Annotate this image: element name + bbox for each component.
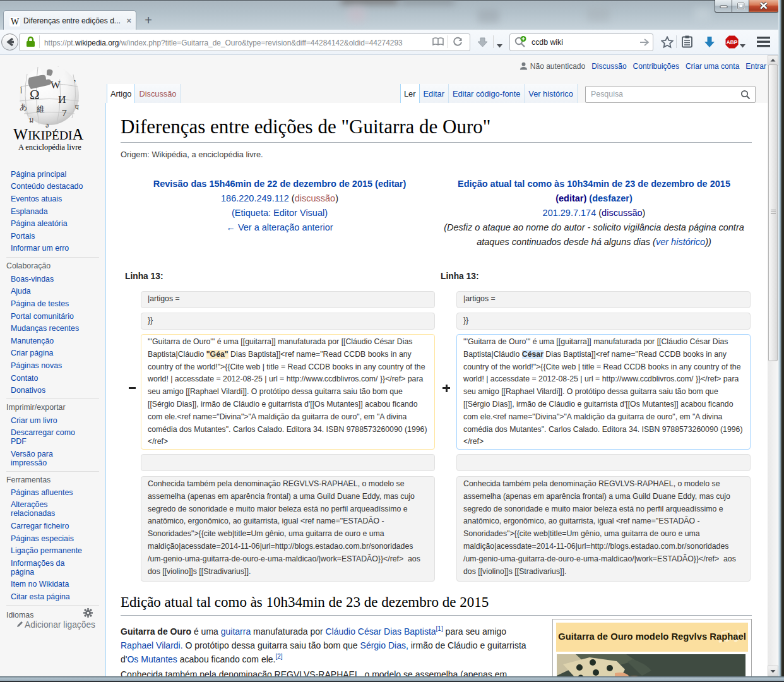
svg-text:ม: ม <box>29 116 33 124</box>
svg-text:أ: أ <box>20 87 22 95</box>
svg-text:Ω: Ω <box>30 87 40 102</box>
svg-text:WIKIPÉDIA: WIKIPÉDIA <box>13 126 84 143</box>
svg-text:あ: あ <box>20 102 27 111</box>
svg-text:W: W <box>50 79 61 91</box>
svg-text:A enciclopédia livre: A enciclopédia livre <box>18 143 81 152</box>
svg-text:維: 維 <box>36 105 45 114</box>
svg-text:प: प <box>74 103 79 112</box>
svg-text:ABP: ABP <box>727 40 738 45</box>
svg-text:И: И <box>58 93 66 105</box>
svg-text:י: י <box>74 78 76 87</box>
svg-text:ə: ə <box>45 121 49 129</box>
svg-text:7: 7 <box>62 107 67 118</box>
